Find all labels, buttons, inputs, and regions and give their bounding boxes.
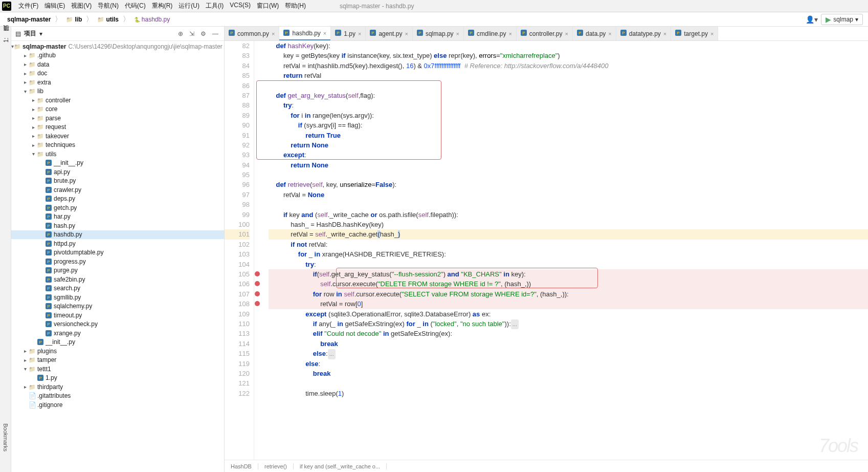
tree-folder[interactable]: ▸core (11, 105, 224, 114)
tree-root[interactable]: ▾ sqlmap-master C:\Users\14296\Desktop\a… (11, 42, 224, 51)
tree-file[interactable]: P1.py (11, 374, 224, 383)
tree-folder[interactable]: ▸takeover (11, 132, 224, 141)
select-opened-file-icon[interactable]: ⊕ (176, 30, 185, 37)
menu-item[interactable]: 视图(V) (68, 1, 95, 11)
hide-icon[interactable]: — (211, 30, 220, 37)
tree-file[interactable]: Psgmllib.py (11, 293, 224, 302)
tree-file[interactable]: Ppurge.py (11, 266, 224, 275)
tree-file[interactable]: P__init__.py (11, 159, 224, 168)
bookmarks-tool-tab[interactable]: Bookmarks (3, 423, 9, 452)
tree-folder[interactable]: ▸data (11, 60, 224, 69)
tree-folder[interactable]: ▾lib (11, 87, 224, 96)
menu-item[interactable]: 代码(C) (122, 1, 149, 11)
tree-folder[interactable]: ▸tamper (11, 356, 224, 365)
tree-folder[interactable]: ▸thirdparty (11, 382, 224, 392)
editor-tab[interactable]: Pcontroller.py× (517, 27, 573, 40)
tree-file[interactable]: Pxrange.py (11, 329, 224, 338)
tree-folder[interactable]: ▸extra (11, 78, 224, 87)
project-tool-tab[interactable]: 1: 项目 (0, 36, 11, 42)
menu-item[interactable]: 文件(F) (15, 1, 41, 11)
svg-text:P: P (470, 31, 472, 35)
tree-folder[interactable]: ▸plugins (11, 347, 224, 356)
tree-folder[interactable]: ▸controller (11, 96, 224, 105)
user-icon[interactable]: 👤▾ (806, 15, 818, 24)
editor-tab[interactable]: Pcommon.py× (225, 27, 279, 40)
close-icon[interactable]: × (456, 31, 459, 37)
menu-item[interactable]: 窗口(W) (254, 1, 282, 11)
tree-file[interactable]: Psqlalchemy.py (11, 302, 224, 311)
run-config-selector[interactable]: ▶ sqlmap ▾ (821, 14, 863, 25)
tree-file[interactable]: Pcrawler.py (11, 185, 224, 195)
svg-text:P: P (578, 31, 581, 35)
tree-folder[interactable]: ▸doc (11, 69, 224, 78)
tree-file[interactable]: Phar.py (11, 212, 224, 222)
structure-crumb[interactable]: retrieve() (264, 463, 294, 469)
structure-crumb[interactable]: if key and (self._write_cache o... (300, 463, 387, 469)
tree-file[interactable]: 📄.gitattributes (11, 392, 224, 401)
tree-file[interactable]: P__init__.py (11, 338, 224, 347)
tree-file[interactable]: Ppivotdumptable.py (11, 248, 224, 258)
menu-item[interactable]: VCS(S) (227, 1, 254, 11)
menu-item[interactable]: 编辑(E) (41, 1, 68, 11)
gutter[interactable]: 8283848586878889909192939495969798991001… (225, 41, 254, 460)
run-config-name: sqlmap (833, 16, 853, 23)
menu-item[interactable]: 工具(I) (203, 1, 227, 11)
svg-text:P: P (522, 31, 525, 35)
editor-tab[interactable]: Pagent.py× (366, 27, 412, 40)
code-pane[interactable]: def hashKey(key): key = getBytes(key if … (254, 41, 868, 460)
close-icon[interactable]: × (565, 31, 568, 37)
chevron-down-icon[interactable]: ▾ (39, 30, 42, 37)
breadcrumb-item[interactable]: sqlmap-master (5, 15, 53, 24)
tree-file[interactable]: Papi.py (11, 167, 224, 177)
breadcrumb-item[interactable]: utils (95, 15, 121, 24)
tree-file[interactable]: 📄.gitignore (11, 400, 224, 410)
editor-tab[interactable]: Ptarget.py× (671, 27, 718, 40)
tree-folder[interactable]: ▸request (11, 123, 224, 132)
tree-file[interactable]: Phash.py (11, 221, 224, 230)
project-tree[interactable]: ▾ sqlmap-master C:\Users\14296\Desktop\a… (11, 41, 224, 472)
tree-folder[interactable]: ▾utils (11, 149, 224, 159)
tree-file[interactable]: Pversioncheck.py (11, 320, 224, 329)
structure-crumbs[interactable]: HashDBretrieve()if key and (self._write_… (225, 460, 868, 472)
tree-file[interactable]: Ptimeout.py (11, 311, 224, 320)
menu-item[interactable]: 运行(U) (175, 1, 203, 11)
editor-tab[interactable]: Pdata.py× (573, 27, 616, 40)
close-icon[interactable]: × (663, 31, 666, 37)
code-editor[interactable]: 8283848586878889909192939495969798991001… (225, 41, 868, 460)
tree-file[interactable]: Pgetch.py (11, 203, 224, 212)
editor-area: Pcommon.py×Phashdb.py×P1.py×Pagent.py×Ps… (225, 27, 868, 472)
tree-file[interactable]: Pbrute.py (11, 177, 224, 186)
tree-file[interactable]: Phttpd.py (11, 239, 224, 248)
editor-tab[interactable]: P1.py× (331, 27, 366, 40)
close-icon[interactable]: × (323, 30, 326, 36)
tree-file[interactable]: Pdeps.py (11, 195, 224, 204)
tree-file[interactable]: Phashdb.py (11, 230, 224, 240)
tree-folder[interactable]: ▾tettt1 (11, 364, 224, 374)
breadcrumb-item[interactable]: lib (64, 15, 84, 24)
tree-file[interactable]: Psafe2bin.py (11, 275, 224, 284)
menu-item[interactable]: 重构(R) (149, 1, 176, 11)
tree-file[interactable]: Pprogress.py (11, 257, 224, 266)
close-icon[interactable]: × (358, 31, 361, 37)
close-icon[interactable]: × (405, 31, 408, 37)
tree-folder[interactable]: ▸parse (11, 114, 224, 123)
close-icon[interactable]: × (710, 31, 714, 37)
tree-folder[interactable]: ▸.github (11, 51, 224, 60)
menu-item[interactable]: 帮助(H) (282, 1, 309, 11)
close-icon[interactable]: × (272, 31, 275, 37)
gear-icon[interactable]: ⚙ (199, 30, 208, 37)
menu-item[interactable]: 导航(N) (95, 1, 122, 11)
svg-text:P: P (47, 179, 50, 183)
tree-file[interactable]: Psearch.py (11, 284, 224, 293)
structure-crumb[interactable]: HashDB (231, 463, 258, 469)
breadcrumb-item[interactable]: 🐍 hashdb.py (132, 15, 172, 24)
close-icon[interactable]: × (508, 31, 511, 37)
editor-tab[interactable]: Phashdb.py× (279, 27, 331, 41)
editor-tab[interactable]: Pdatatype.py× (616, 27, 671, 40)
editor-tab[interactable]: Pcmdline.py× (464, 27, 517, 40)
editor-tab[interactable]: Psqlmap.py× (413, 27, 464, 40)
close-icon[interactable]: × (608, 31, 611, 37)
tree-folder[interactable]: ▸techniques (11, 141, 224, 150)
svg-text:P: P (47, 277, 50, 282)
expand-all-icon[interactable]: ⇲ (188, 30, 196, 37)
